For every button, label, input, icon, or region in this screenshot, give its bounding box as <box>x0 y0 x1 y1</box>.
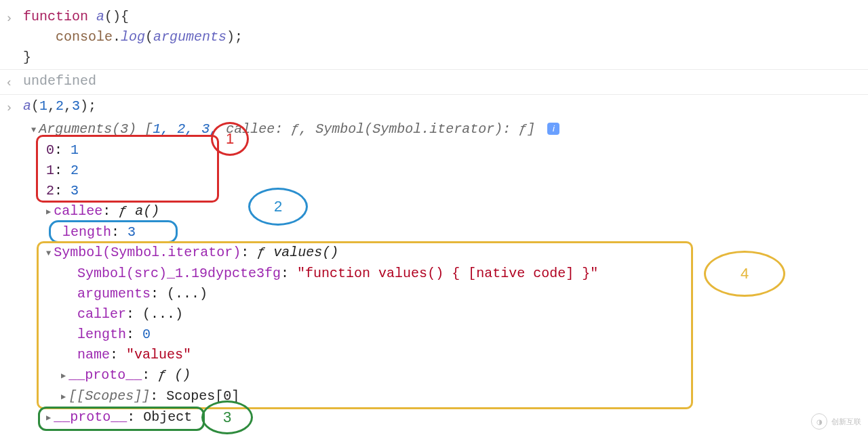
proto-row[interactable]: __proto__: Object <box>31 407 868 428</box>
ident: console <box>56 29 113 45</box>
caret-down-icon[interactable] <box>31 121 39 137</box>
key: callee <box>54 203 102 219</box>
caret-down-icon[interactable] <box>46 245 54 260</box>
key: Symbol(Symbol.iterator) <box>54 245 241 260</box>
key: 1 <box>46 163 54 178</box>
key: name <box>77 347 110 362</box>
brace: { <box>121 9 129 24</box>
console-output-row: undefined <box>0 70 868 95</box>
value: 3 <box>71 183 79 199</box>
punc: ); <box>226 29 243 45</box>
key: 2 <box>46 183 54 199</box>
key: __proto__ <box>68 367 142 383</box>
entry-row[interactable]: 2: 3 <box>31 181 868 201</box>
value: ƒ () <box>158 367 191 383</box>
caret-right-icon[interactable] <box>46 203 54 219</box>
watermark-logo-icon: ◑ <box>811 413 827 430</box>
iterator-scopes[interactable]: [[Scopes]]: Scopes[0] <box>31 386 868 407</box>
value: (...) <box>142 306 183 322</box>
value: 2 <box>71 163 79 178</box>
key: __proto__ <box>54 409 127 425</box>
iterator-caller[interactable]: caller: (...) <box>31 304 868 325</box>
value: Scopes[0] <box>166 388 239 404</box>
console-input-row[interactable]: a(1,2,3); <box>0 95 868 119</box>
code-block: function a(){ console.log(arguments); } <box>23 7 868 68</box>
caret-right-icon[interactable] <box>46 409 54 425</box>
entry-row[interactable]: 0: 1 <box>31 140 868 161</box>
key: [[Scopes]] <box>68 388 150 404</box>
key: Symbol(src)_1.19dypcte3fg <box>77 266 281 281</box>
func-name: a <box>96 9 104 24</box>
entry-row[interactable]: 1: 2 <box>31 161 868 181</box>
key: length <box>62 224 111 240</box>
console-panel: function a(){ console.log(arguments); } … <box>0 0 868 428</box>
method: log <box>121 29 145 45</box>
keyword: function <box>23 9 88 24</box>
value: Object <box>143 409 192 425</box>
console-input-row[interactable]: function a(){ console.log(arguments); } <box>0 5 868 70</box>
input-prompt-icon <box>5 96 23 118</box>
code-call: a(1,2,3); <box>23 96 868 117</box>
info-icon[interactable]: i <box>547 123 559 135</box>
summary-prefix: Arguments(3) <box>39 121 136 137</box>
iterator-proto[interactable]: __proto__: ƒ () <box>31 365 868 386</box>
length-row[interactable]: length: 3 <box>31 222 868 243</box>
undefined-output: undefined <box>23 71 868 91</box>
arguments-summary[interactable]: Arguments(3) [1, 2, 3, callee: ƒ, Symbol… <box>31 119 868 140</box>
caret-right-icon[interactable] <box>61 388 68 404</box>
value: ƒ values() <box>257 245 338 260</box>
brace: } <box>23 49 31 65</box>
value: (...) <box>167 286 208 302</box>
summary-values: 1, 2, 3, <box>153 121 218 137</box>
watermark: ◑ 创新互联 <box>811 413 861 430</box>
object-tree: Arguments(3) [1, 2, 3, callee: ƒ, Symbol… <box>0 119 868 428</box>
parens: () <box>104 9 121 24</box>
value: 1 <box>71 142 79 158</box>
arguments-ident: arguments <box>153 29 226 45</box>
callee-row[interactable]: callee: ƒ a() <box>31 201 868 222</box>
value: 3 <box>127 224 136 240</box>
key: arguments <box>77 286 151 302</box>
iterator-row[interactable]: Symbol(Symbol.iterator): ƒ values() <box>31 243 868 264</box>
iterator-length[interactable]: length: 0 <box>31 325 868 345</box>
iterator-src[interactable]: Symbol(src)_1.19dypcte3fg: "function val… <box>31 264 868 284</box>
value: ƒ a() <box>119 203 159 219</box>
watermark-text: 创新互联 <box>831 417 861 427</box>
output-prompt-icon <box>5 71 23 93</box>
key: length <box>77 327 126 342</box>
iterator-arguments[interactable]: arguments: (...) <box>31 284 868 304</box>
value: 0 <box>142 327 151 342</box>
value: "function values() { [native code] }" <box>297 266 598 281</box>
caret-right-icon[interactable] <box>61 367 68 383</box>
input-prompt-icon <box>5 7 23 28</box>
value: "values" <box>126 347 191 362</box>
summary-rest: callee: ƒ, Symbol(Symbol.iterator): ƒ] <box>218 121 535 137</box>
key: caller <box>77 306 126 322</box>
key: 0 <box>46 142 54 158</box>
iterator-name[interactable]: name: "values" <box>31 345 868 365</box>
